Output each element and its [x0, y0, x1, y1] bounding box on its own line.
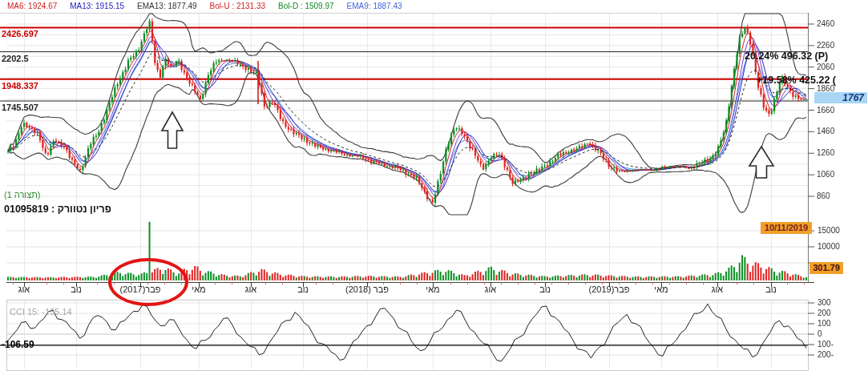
price-axis-tick-label: 1460: [817, 127, 834, 135]
cci-axis-tick-label: 200: [818, 308, 831, 317]
cursor-date-badge: 10/11/2019: [761, 222, 812, 234]
indicator-legend: MA6: 1924.67MA13: 1915.15EMA13: 1877.49B…: [7, 2, 402, 10]
security-name-label: פריון נטוורק : 01095819: [4, 204, 111, 216]
price-axis-tick-label: 860: [817, 192, 830, 200]
percent-change-annotation-1: 20.24% 496.32 (P): [745, 51, 828, 63]
last-price-axis-box: 1767: [814, 92, 867, 103]
cci-axis-tick-label: 200-: [818, 350, 834, 359]
x-axis-month-label: אוג: [18, 284, 30, 294]
cci-axis-tick-label: 100-: [818, 340, 834, 349]
x-axis-month-label: פבר (2018): [345, 284, 389, 294]
x-axis-month-label: אוג: [245, 284, 256, 294]
x-axis-month-label: נוב: [71, 284, 82, 294]
x-axis-month-label: אוג: [485, 284, 496, 294]
x-axis-month-label: נוב: [765, 284, 777, 294]
price-axis-tick-label: 2460: [817, 19, 834, 28]
x-axis-month-label: מאי: [192, 284, 205, 294]
price-level-label: 1948.337: [2, 81, 38, 91]
legend-item: MA13: 1915.15: [70, 2, 124, 10]
x-axis-month-label: נוב: [297, 284, 309, 294]
price-level-label: 1745.507: [2, 103, 38, 112]
configuration-label: (תצורה 1): [4, 190, 41, 200]
cci-axis-tick-label: 300: [818, 298, 831, 307]
ellipse-annotation: [108, 258, 188, 306]
x-axis-month-label: פבר(2019): [589, 284, 630, 294]
price-axis-tick-label: 2260: [817, 41, 834, 50]
volume-axis-tick-label: 10000: [818, 242, 840, 251]
x-axis-month-label: מאי: [654, 284, 668, 294]
legend-item: EMA13: 1877.49: [137, 2, 197, 10]
price-axis-tick-label: 1660: [817, 106, 834, 115]
last-volume-badge: 301.79: [809, 262, 843, 274]
legend-item: Bol-U : 2131.33: [210, 2, 266, 10]
cci-hline-value-label: -106.59: [2, 340, 34, 350]
price-axis-tick-label: 1860: [817, 84, 834, 93]
price-axis-tick-label: 1060: [817, 170, 834, 179]
trading-chart-window: MA6: 1924.67MA13: 1915.15EMA13: 1877.49B…: [0, 0, 868, 371]
cci-axis-tick-label: 0: [818, 329, 822, 338]
x-axis-month-label: נוב: [539, 284, 551, 294]
x-axis-month-label: פבר(2017): [120, 284, 161, 294]
x-axis-month-label: מאי: [426, 284, 439, 294]
chart-canvas[interactable]: [0, 0, 868, 371]
volume-axis-tick-label: 15000: [818, 226, 840, 235]
legend-item: Bol-D : 1509.97: [278, 2, 334, 10]
x-axis-month-label: אוג: [712, 284, 723, 294]
cci-axis-tick-label: 100: [818, 319, 831, 328]
price-level-label: 2426.697: [2, 29, 38, 38]
price-axis-tick-label: 1260: [817, 148, 834, 157]
price-axis-tick-label: 2060: [817, 63, 834, 71]
legend-item: EMA9: 1887.43: [347, 2, 402, 10]
price-level-label: 2202.5: [2, 54, 29, 63]
legend-item: MA6: 1924.67: [7, 2, 57, 10]
cci-indicator-label: CCI 15: -135.14: [10, 307, 72, 317]
